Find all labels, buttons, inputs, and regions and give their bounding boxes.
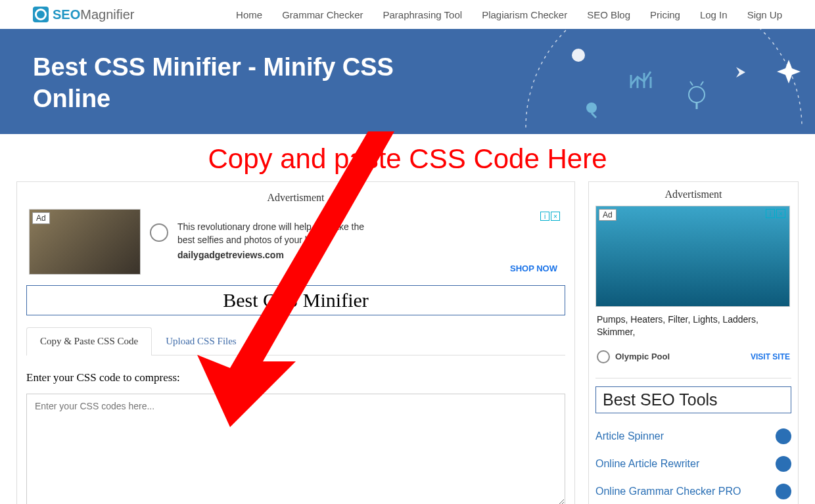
globe-icon [597,350,610,363]
tools-heading: Best SEO Tools [595,386,791,413]
globe-icon [150,223,168,242]
hero-banner: Best CSS Minifier - Minify CSS Online [0,29,815,134]
svg-point-0 [572,49,585,62]
ad-footer: Olympic Pool VISIT SITE [595,350,791,371]
annotation-text: Copy and paste CSS Code Here [0,134,815,181]
tool-icon [776,428,791,444]
logo-part-2: Magnifier [80,7,134,22]
sidebar: Advertisment Ad i × Pumps, Heaters, Filt… [588,181,799,504]
tool-link-grammar-checker[interactable]: Online Grammar Checker PRO [595,478,791,504]
ad-banner-main[interactable]: Ad This revolutionary drone will help yo… [26,209,565,285]
tab-upload-files[interactable]: Upload CSS Files [152,327,250,355]
tab-copy-paste[interactable]: Copy & Paste CSS Code [26,327,152,355]
ad-controls: i × [766,209,785,218]
ad-cta-shop-now[interactable]: SHOP NOW [510,263,557,273]
sidebar-tools: Best SEO Tools Article Spinner Online Ar… [595,378,791,504]
ad-close-icon[interactable]: × [776,209,785,218]
tabs: Copy & Paste CSS Code Upload CSS Files [26,327,565,355]
sidebar-ad-label: Advertisment [589,189,798,200]
tool-icon [776,456,791,472]
ad-domain: dailygadgetreviews.com [177,249,563,262]
ad-label: Advertisment [26,192,565,204]
ad-text-sidebar: Pumps, Heaters, Filter, Lights, Ladders,… [595,307,791,350]
site-logo[interactable]: SEOMagnifier [33,7,135,22]
nav-plagiarism-checker[interactable]: Plagiarism Checker [482,9,567,20]
ad-badge: Ad [599,209,617,221]
ad-badge: Ad [32,212,50,224]
textarea-label: Enter your CSS code to compress: [26,371,565,384]
svg-marker-11 [736,67,745,78]
ad-line-2: best selfies and photos of your life [177,235,317,245]
main-panel: Advertisment Ad This revolutionary drone… [16,181,575,504]
svg-point-1 [586,103,597,113]
ad-line-1: This revolutionary drone will help you t… [177,221,364,232]
nav-home[interactable]: Home [236,9,262,20]
svg-line-9 [690,81,693,85]
svg-point-7 [689,87,705,103]
ad-thumbnail-sidebar: Ad i × [595,206,790,307]
logo-icon [33,7,49,22]
ad-site-label: Olympic Pool [615,352,670,361]
ad-thumbnail: Ad [29,209,141,275]
nav-paraphrasing-tool[interactable]: Paraphrasing Tool [383,9,462,20]
ad-info-icon[interactable]: i [540,212,549,221]
ad-controls: i × [540,212,560,221]
ad-text: This revolutionary drone will help you t… [177,209,563,262]
logo-part-1: SEO [53,7,80,22]
ad-cta-visit-site[interactable]: VISIT SITE [751,352,790,361]
css-code-textarea[interactable] [26,394,565,504]
ad-close-icon[interactable]: × [551,212,560,221]
tool-link-article-spinner[interactable]: Article Spinner [595,423,791,450]
ad-banner-sidebar[interactable]: Ad i × Pumps, Heaters, Filter, Lights, L… [589,206,798,371]
nav-sign-up[interactable]: Sign Up [747,9,782,20]
logo-text: SEOMagnifier [53,7,135,22]
tool-link-label: Online Article Rewriter [595,458,699,470]
tool-link-article-rewriter[interactable]: Online Article Rewriter [595,450,791,478]
svg-line-10 [701,81,703,85]
nav-seo-blog[interactable]: SEO Blog [587,9,630,20]
tool-title: Best CSS Minifier [26,285,565,315]
hero-decoration [500,29,815,127]
nav-pricing[interactable]: Pricing [650,9,680,20]
svg-marker-12 [777,60,801,83]
nav-log-in[interactable]: Log In [700,9,728,20]
nav-links: Home Grammar Checker Paraphrasing Tool P… [236,9,782,20]
ad-site-name: Olympic Pool [597,350,670,363]
tool-link-label: Online Grammar Checker PRO [595,486,741,497]
page-title: Best CSS Minifier - Minify CSS Online [33,52,427,114]
tool-link-label: Article Spinner [595,430,664,442]
nav-grammar-checker[interactable]: Grammar Checker [282,9,363,20]
ad-info-icon[interactable]: i [766,209,775,218]
content-area: Advertisment Ad This revolutionary drone… [0,181,815,504]
top-navigation: SEOMagnifier Home Grammar Checker Paraph… [0,0,815,29]
svg-line-2 [592,113,596,118]
tool-icon [776,484,791,499]
